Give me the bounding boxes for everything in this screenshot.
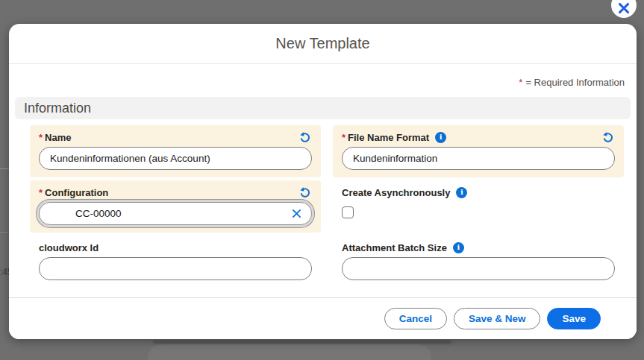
cancel-button[interactable]: Cancel	[384, 308, 447, 329]
required-asterisk: *	[39, 187, 43, 198]
field-file-name-format: * File Name Format i	[333, 125, 624, 177]
undo-icon	[298, 131, 311, 144]
section-title: Information	[24, 101, 91, 116]
file-name-format-label: File Name Format	[348, 132, 429, 143]
file-name-format-input[interactable]	[342, 147, 615, 170]
info-icon[interactable]: i	[456, 187, 467, 198]
file-name-format-undo-button[interactable]	[600, 130, 615, 145]
info-icon[interactable]: i	[453, 242, 464, 253]
required-asterisk: *	[39, 132, 43, 143]
form-grid: * Name * File Name Format	[9, 125, 637, 288]
modal-footer: Cancel Save & New Save	[9, 297, 637, 339]
field-attachment-batch-size: Attachment Batch Size i	[333, 236, 624, 288]
required-asterisk: *	[519, 77, 522, 88]
required-note-text: = Required Information	[525, 77, 625, 88]
cloudworx-id-input[interactable]	[39, 257, 312, 280]
required-asterisk: *	[342, 132, 346, 143]
create-asynchronously-label: Create Asynchronously	[342, 187, 450, 198]
modal-header: New Template	[9, 24, 637, 64]
background-row-divider	[0, 232, 9, 233]
close-icon	[618, 2, 630, 14]
info-icon[interactable]: i	[435, 132, 446, 143]
undo-icon	[298, 186, 311, 199]
configuration-undo-button[interactable]	[297, 185, 312, 200]
background-page-content	[148, 344, 431, 360]
save-and-new-button[interactable]: Save & New	[454, 308, 541, 329]
name-input[interactable]	[39, 147, 312, 170]
field-create-asynchronously: Create Asynchronously i	[333, 180, 624, 233]
configuration-label: Configuration	[45, 187, 108, 198]
clear-icon	[292, 209, 301, 218]
field-configuration: * Configuration	[30, 180, 321, 233]
modal-title: New Template	[275, 35, 369, 52]
cloudworx-id-label: cloudworx Id	[39, 242, 99, 253]
background-page-content	[153, 341, 451, 344]
new-template-modal: New Template *= Required Information Inf…	[9, 24, 637, 339]
attachment-batch-size-input[interactable]	[342, 257, 615, 280]
background-row-divider	[0, 168, 9, 169]
close-button[interactable]	[611, 0, 637, 18]
configuration-clear-button[interactable]	[290, 207, 303, 221]
create-asynchronously-checkbox[interactable]	[342, 206, 354, 218]
section-header-information: Information	[15, 97, 631, 119]
field-cloudworx-id: cloudworx Id	[30, 236, 321, 288]
name-undo-button[interactable]	[297, 130, 312, 145]
required-note: *= Required Information	[9, 77, 637, 88]
attachment-batch-size-label: Attachment Batch Size	[342, 242, 447, 253]
name-field-label: Name	[45, 132, 71, 143]
field-name: * Name	[30, 125, 321, 177]
undo-icon	[601, 131, 614, 144]
configuration-input[interactable]	[39, 202, 312, 225]
save-button[interactable]: Save	[547, 308, 601, 329]
